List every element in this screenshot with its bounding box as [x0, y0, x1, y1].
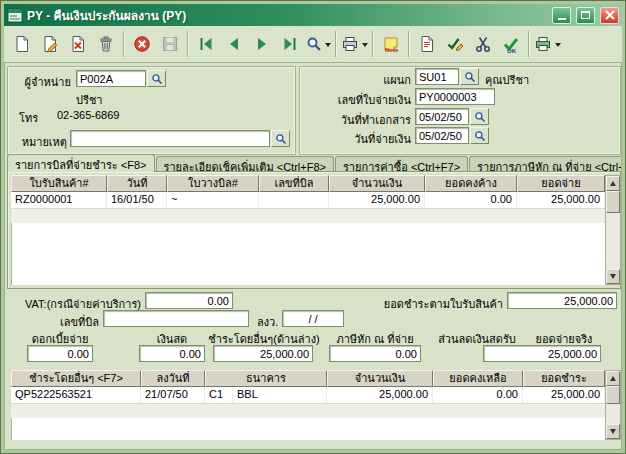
search-icon[interactable]	[304, 30, 332, 58]
department-search-button[interactable]	[460, 68, 479, 85]
vendor-name-text: ปรีชา	[76, 91, 103, 109]
print-dropdown-icon	[362, 43, 368, 50]
window-title: PY - คืนเงินประกันผลงาน (PY)	[27, 6, 547, 25]
toolbar: Note OK	[4, 26, 622, 63]
column-header: วันที่	[107, 175, 167, 192]
vat-field[interactable]: 0.00	[145, 292, 233, 309]
new-document-icon[interactable]	[8, 30, 36, 58]
withholding-tax-field[interactable]: 0.00	[329, 345, 421, 362]
doc-date-field[interactable]: 05/02/50	[415, 108, 469, 125]
payment-no-field[interactable]: PY0000003	[415, 88, 495, 105]
column-header: ลงวันที่	[141, 370, 205, 387]
department-code-field[interactable]: SU01	[415, 68, 459, 85]
arrow-up-icon	[610, 373, 616, 381]
remark-search-button[interactable]	[271, 130, 290, 147]
bill-date-field[interactable]: / /	[282, 310, 344, 327]
edit-document-icon[interactable]	[36, 30, 64, 58]
search-icon	[474, 111, 486, 123]
empty-row	[11, 404, 605, 418]
scroll-thumb[interactable]	[606, 191, 620, 213]
first-record-icon[interactable]	[192, 30, 220, 58]
toolbar-separator	[372, 31, 374, 57]
color-print-icon[interactable]	[533, 30, 562, 58]
bill-table-scrollbar[interactable]	[605, 175, 621, 285]
empty-row	[11, 209, 605, 223]
actual-paid-field[interactable]: 25,000.00	[483, 345, 601, 362]
receipt-total-field[interactable]: 25,000.00	[507, 292, 617, 309]
arrow-up-icon	[610, 178, 616, 186]
column-header: ใบรับสินค้า#	[11, 175, 107, 192]
toolbar-separator	[528, 31, 530, 57]
department-label: แผนก	[305, 71, 411, 89]
maximize-button[interactable]	[576, 7, 595, 24]
search-dropdown-icon	[325, 43, 331, 50]
approve-edit-icon[interactable]	[441, 30, 469, 58]
scroll-thumb[interactable]	[606, 386, 620, 404]
cell-remaining: 0.00	[433, 387, 523, 403]
tab-withholding-tax[interactable]: รายการภาษีหัก ณ ที่จ่าย <Ctrl+F10>	[469, 156, 622, 172]
receipt-total-label: ยอดชำระตามใบรับสินค้า	[355, 295, 503, 313]
tab-purchase-items[interactable]: รายการค่าซื้อ <Ctrl+F7>	[335, 156, 468, 172]
note-icon[interactable]: Note	[377, 30, 405, 58]
column-header: จำนวนเงิน	[327, 370, 433, 387]
column-header: จำนวนเงิน	[329, 175, 425, 192]
column-header: ยอดคงค้าง	[425, 175, 517, 192]
scroll-down-button[interactable]	[606, 269, 620, 284]
payment-table-scrollbar[interactable]	[605, 370, 621, 440]
scroll-down-button[interactable]	[606, 424, 620, 439]
minimize-button[interactable]	[552, 7, 571, 24]
column-header: เลขที่บิล	[259, 175, 329, 192]
title-bar[interactable]: PY - คืนเงินประกันผลงาน (PY)	[4, 4, 622, 26]
next-record-icon[interactable]	[248, 30, 276, 58]
cell-bank-code: C1	[205, 387, 233, 403]
arrow-down-icon	[610, 429, 616, 437]
vendor-search-button[interactable]	[147, 70, 166, 87]
pay-date-search-button[interactable]	[470, 127, 489, 144]
remark-label: หมายเหตุ	[9, 133, 67, 151]
scroll-up-button[interactable]	[606, 176, 620, 191]
toolbar-separator	[408, 31, 410, 57]
cut-icon[interactable]	[469, 30, 497, 58]
remark-field[interactable]	[70, 130, 270, 147]
tab-paid-bills[interactable]: รายการบิลที่จ่ายชำระ <F8>	[7, 154, 155, 172]
close-button[interactable]	[600, 7, 619, 24]
bill-no-field[interactable]	[103, 310, 249, 327]
column-header: ยอดจ่าย	[517, 175, 605, 192]
cell-bill-no	[259, 192, 329, 208]
cell-date: 16/01/50	[107, 192, 167, 208]
cancel-icon[interactable]	[128, 30, 156, 58]
search-icon	[474, 130, 486, 142]
column-header: ชำระโดยอื่นๆ <F7>	[11, 370, 141, 387]
report-icon[interactable]	[413, 30, 441, 58]
print-icon[interactable]	[340, 30, 369, 58]
tab-cheque-details[interactable]: รายละเอียดเช็คเพิ่มเติม <Ctrl+F8>	[156, 156, 334, 172]
vendor-label: ผู้จำหน่าย	[9, 73, 71, 91]
pay-date-field[interactable]: 05/02/50	[415, 127, 469, 144]
cell-date: 21/07/50	[141, 387, 205, 403]
payment-no-label: เลขที่ใบจ่ายเงิน	[305, 91, 411, 109]
cash-field[interactable]: 0.00	[139, 345, 205, 362]
save-icon[interactable]	[156, 30, 184, 58]
scroll-up-button[interactable]	[606, 371, 620, 386]
vendor-code-field[interactable]: P002A	[76, 70, 146, 87]
toolbar-separator	[123, 31, 125, 57]
doc-date-search-button[interactable]	[470, 108, 489, 125]
last-record-icon[interactable]	[276, 30, 304, 58]
cell-amount: 25,000.00	[329, 192, 425, 208]
void-document-icon[interactable]	[64, 30, 92, 58]
ok-icon[interactable]: OK	[497, 30, 525, 58]
column-header: ธนาคาร	[205, 370, 327, 387]
department-name-text: คุณปรีชา	[485, 71, 529, 89]
other-payment-field[interactable]: 25,000.00	[213, 345, 313, 362]
toolbar-separator	[187, 31, 189, 57]
bill-table-row[interactable]: RZ0000001 16/01/50 ~ 25,000.00 0.00 25,0…	[11, 192, 605, 209]
cell-paid: 25,000.00	[523, 387, 605, 403]
arrow-down-icon	[610, 274, 616, 282]
cell-cheque-no: QP5222563521	[11, 387, 141, 403]
search-icon	[275, 133, 287, 145]
payment-table-row[interactable]: QP5222563521 21/07/50 C1 BBL 25,000.00 0…	[11, 387, 605, 404]
interest-field[interactable]: 0.00	[27, 345, 93, 362]
minimize-icon	[558, 18, 566, 20]
delete-trash-icon[interactable]	[92, 30, 120, 58]
previous-record-icon[interactable]	[220, 30, 248, 58]
